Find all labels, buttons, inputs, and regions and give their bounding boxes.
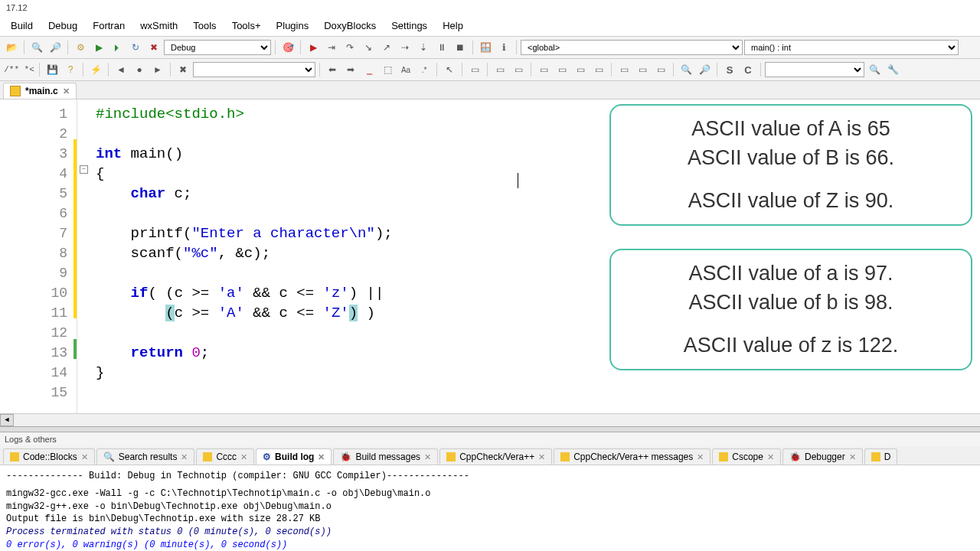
btn4-icon[interactable]: ▭ bbox=[554, 61, 570, 78]
jump-select[interactable] bbox=[193, 62, 315, 77]
tab-more[interactable]: D bbox=[864, 448, 898, 465]
close-icon[interactable]: ✕ bbox=[424, 452, 431, 462]
build-log-output[interactable]: -------------- Build: Debug in Technotip… bbox=[0, 465, 980, 551]
tab-cscope[interactable]: Cscope✕ bbox=[712, 448, 781, 465]
pointer-icon[interactable]: ↖ bbox=[441, 61, 458, 78]
fold-toggle-icon[interactable]: − bbox=[80, 165, 88, 174]
btn6-icon[interactable]: ▭ bbox=[590, 61, 607, 78]
refresh-icon[interactable]: C bbox=[740, 61, 756, 78]
step-into-instr-icon[interactable]: ⇣ bbox=[415, 39, 432, 56]
back-icon[interactable]: ⬅ bbox=[324, 61, 341, 78]
target-icon[interactable]: 🎯 bbox=[279, 39, 296, 56]
step-out-icon[interactable]: ↗ bbox=[378, 39, 395, 56]
help-icon[interactable]: ? bbox=[62, 61, 79, 78]
scope-select[interactable]: <global> bbox=[521, 40, 743, 55]
c-file-icon bbox=[10, 86, 21, 96]
codeblocks-icon bbox=[719, 452, 728, 461]
tab-debugger[interactable]: 🐞Debugger✕ bbox=[782, 448, 863, 465]
btn5-icon[interactable]: ▭ bbox=[572, 61, 589, 78]
regex-icon[interactable]: .* bbox=[416, 61, 433, 78]
step-next-icon[interactable]: ↷ bbox=[341, 39, 358, 56]
menu-debug[interactable]: Debug bbox=[41, 15, 85, 36]
tab-cppcheck-messages[interactable]: CppCheck/Vera++ messages✕ bbox=[554, 448, 710, 465]
rect-icon[interactable]: ▭ bbox=[466, 61, 483, 78]
debug-windows-icon[interactable]: 🪟 bbox=[477, 39, 494, 56]
stop-icon[interactable]: ⏹ bbox=[452, 39, 469, 56]
close-icon[interactable]: ✕ bbox=[81, 452, 88, 462]
search-go-icon[interactable]: 🔍 bbox=[866, 61, 883, 78]
menu-toolsplus[interactable]: Tools+ bbox=[224, 15, 269, 36]
nav-fwd-icon[interactable]: ► bbox=[149, 61, 166, 78]
close-icon[interactable]: ✕ bbox=[318, 452, 325, 462]
build-run-icon[interactable]: ⏵ bbox=[109, 39, 126, 56]
menu-plugins[interactable]: Plugins bbox=[269, 15, 317, 36]
code-text-area[interactable]: #include<stdio.h> int main() { char c; p… bbox=[91, 99, 980, 413]
highlight-icon[interactable]: ⎯ bbox=[361, 61, 377, 78]
close-icon[interactable]: ✕ bbox=[181, 452, 188, 462]
find-icon[interactable]: 🔍 bbox=[28, 39, 45, 56]
code-editor[interactable]: 1 2 3 4 5 6 7 8 9 10 11 12 13 14 15 − #i… bbox=[0, 99, 980, 413]
break-icon[interactable]: ⏸ bbox=[433, 39, 450, 56]
menu-settings[interactable]: Settings bbox=[384, 15, 435, 36]
step-instr-icon[interactable]: ⇢ bbox=[397, 39, 413, 56]
open-icon[interactable]: 📂 bbox=[3, 39, 20, 56]
select-icon[interactable]: ⬚ bbox=[379, 61, 396, 78]
menu-help[interactable]: Help bbox=[435, 15, 471, 36]
close-icon[interactable]: ✕ bbox=[538, 452, 545, 462]
menu-doxyblocks[interactable]: DoxyBlocks bbox=[316, 15, 384, 36]
diskette-icon[interactable]: 💾 bbox=[44, 61, 60, 78]
tab-cppcheck[interactable]: CppCheck/Vera++✕ bbox=[439, 448, 552, 465]
match-case-icon[interactable]: Aa bbox=[397, 61, 414, 78]
btn9-icon[interactable]: ▭ bbox=[652, 61, 669, 78]
log-line: -------------- Build: Debug in Technotip… bbox=[6, 470, 974, 483]
build-icon[interactable]: ⚙ bbox=[72, 39, 89, 56]
menu-wxsmith[interactable]: wxSmith bbox=[132, 15, 185, 36]
codeblocks-icon bbox=[871, 452, 880, 461]
menu-fortran[interactable]: Fortran bbox=[85, 15, 132, 36]
function-select[interactable]: main() : int bbox=[744, 40, 959, 55]
abort-icon[interactable]: ✖ bbox=[145, 39, 162, 56]
search-combo[interactable] bbox=[765, 62, 864, 77]
options-icon[interactable]: 🔧 bbox=[884, 61, 901, 78]
btn3-icon[interactable]: ▭ bbox=[535, 61, 552, 78]
close-icon[interactable]: ✕ bbox=[767, 452, 774, 462]
close-icon[interactable]: ✕ bbox=[849, 452, 856, 462]
run-icon[interactable]: ▶ bbox=[90, 39, 107, 56]
menu-build[interactable]: Build bbox=[3, 15, 41, 36]
find-replace-icon[interactable]: 🔎 bbox=[47, 39, 64, 56]
info-icon[interactable]: ℹ bbox=[495, 39, 512, 56]
tab-build-log[interactable]: ⚙Build log✕ bbox=[256, 448, 332, 465]
btn1-icon[interactable]: ▭ bbox=[492, 61, 508, 78]
close-icon[interactable]: ✕ bbox=[63, 86, 70, 96]
zoom-out-icon[interactable]: 🔎 bbox=[696, 61, 713, 78]
splitter[interactable] bbox=[0, 426, 980, 432]
nav-current-icon[interactable]: ● bbox=[131, 61, 148, 78]
tab-build-messages[interactable]: 🐞Build messages✕ bbox=[333, 448, 438, 465]
btn8-icon[interactable]: ▭ bbox=[634, 61, 651, 78]
run-to-cursor-icon[interactable]: ⇥ bbox=[323, 39, 340, 56]
scroll-left-icon[interactable]: ◄ bbox=[0, 414, 14, 426]
rebuild-icon[interactable]: ↻ bbox=[127, 39, 144, 56]
zoom-in-icon[interactable]: 🔍 bbox=[678, 61, 694, 78]
tab-cccc[interactable]: Cccc✕ bbox=[196, 448, 254, 465]
tab-search-results[interactable]: 🔍Search results✕ bbox=[96, 448, 195, 465]
source-icon[interactable]: S bbox=[721, 61, 738, 78]
toolbar-row-2: /** *< 💾 ? ⚡ ◄ ● ► ✖ ⬅ ➡ ⎯ ⬚ Aa .* ↖ ▭ ▭… bbox=[0, 59, 980, 81]
debug-run-icon[interactable]: ▶ bbox=[305, 39, 322, 56]
text-cursor bbox=[518, 173, 518, 188]
tab-codeblocks[interactable]: Code::Blocks✕ bbox=[3, 448, 95, 465]
comment-block-icon[interactable]: /** *< bbox=[3, 61, 35, 78]
file-tab-main-c[interactable]: *main.c ✕ bbox=[3, 83, 77, 99]
wand-icon[interactable]: ⚡ bbox=[87, 61, 104, 78]
close-icon[interactable]: ✕ bbox=[697, 452, 704, 462]
editor-h-scrollbar[interactable]: ◄ bbox=[0, 413, 980, 426]
menu-tools[interactable]: Tools bbox=[185, 15, 224, 36]
step-into-icon[interactable]: ↘ bbox=[360, 39, 377, 56]
btn7-icon[interactable]: ▭ bbox=[616, 61, 632, 78]
nav-back-icon[interactable]: ◄ bbox=[113, 61, 129, 78]
close-icon[interactable]: ✕ bbox=[240, 452, 247, 462]
btn2-icon[interactable]: ▭ bbox=[510, 61, 527, 78]
clear-icon[interactable]: ✖ bbox=[175, 61, 191, 78]
forward-icon[interactable]: ➡ bbox=[342, 61, 359, 78]
build-config-select[interactable]: Debug bbox=[164, 40, 271, 55]
